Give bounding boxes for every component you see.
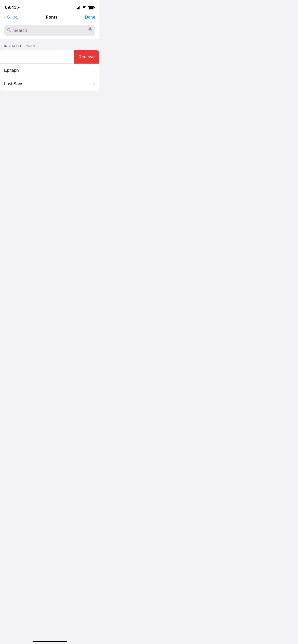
back-chevron-icon: ‹ [4,15,6,20]
search-input[interactable] [13,28,86,33]
search-icon [7,28,11,33]
search-container [0,23,99,39]
empty-area [0,91,99,218]
font-item-1[interactable]: › [0,50,74,64]
signal-icon [76,6,80,9]
font-name-3: Lust Sans [4,81,23,86]
location-icon: ➤ [17,6,20,9]
back-button[interactable]: ‹ G...ral [4,15,19,20]
status-icons [76,6,94,10]
font-name-2: Epitaph [4,68,19,73]
status-time: 09:41 ➤ [5,5,20,10]
font-item-wrapper-1: › Remove [0,50,99,64]
svg-rect-1 [89,27,91,30]
section-header: INSTALLED FONTS [0,39,99,50]
font-item-wrapper-3: Lust Sans › [0,77,99,91]
navigation-bar: ‹ G...ral Fonts Done [0,13,99,23]
search-bar[interactable] [4,25,95,36]
page-title: Fonts [46,15,58,20]
chevron-icon-3: › [94,82,95,86]
font-item-2[interactable]: Epitaph › [0,64,99,77]
status-bar: 09:41 ➤ [0,0,99,13]
section-header-text: INSTALLED FONTS [4,44,35,48]
remove-button[interactable]: Remove [74,50,99,64]
chevron-icon-2: › [94,68,95,73]
remove-button-label: Remove [78,54,94,60]
time-display: 09:41 [5,5,16,10]
back-label: G...ral [7,15,19,20]
font-item-3[interactable]: Lust Sans › [0,77,99,91]
microphone-icon[interactable] [88,27,92,34]
font-item-wrapper-2: Epitaph › [0,64,99,77]
battery-icon [88,6,94,9]
done-button[interactable]: Done [85,15,95,20]
chevron-icon-1: › [69,55,70,59]
font-list: › Remove Epitaph › Lust Sans › [0,50,99,91]
wifi-icon [82,6,86,10]
